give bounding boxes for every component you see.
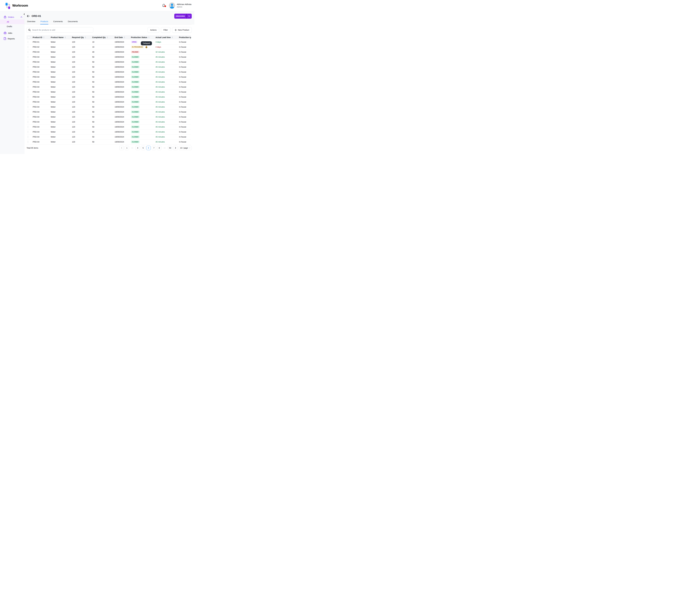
table-row: PRD-04 Motor 120 50 19/09/2024 CLOSED 45…	[26, 104, 191, 109]
row-checkbox[interactable]	[28, 141, 28, 143]
end-date-cell: 19/09/2024	[115, 101, 131, 103]
end-date-cell: 19/09/2024	[115, 76, 131, 78]
required-qty-cell: 120	[72, 131, 92, 133]
new-product-button[interactable]: New Product	[172, 27, 192, 33]
order-status-button[interactable]: ONGOING	[174, 14, 186, 19]
sort-icon[interactable]	[172, 36, 173, 38]
back-arrow-button[interactable]	[26, 14, 30, 18]
product-id-cell: PRD-04	[33, 86, 51, 88]
actions-button[interactable]: Actions	[148, 27, 159, 33]
sort-icon[interactable]	[107, 36, 108, 38]
product-name-cell: Motor	[51, 111, 72, 113]
status-badge: CLOSED	[131, 86, 140, 88]
actual-lead-time-cell: 32 minutes	[155, 51, 179, 53]
notification-bell-icon[interactable]	[162, 4, 166, 7]
page-button-4[interactable]: 4	[136, 146, 140, 150]
page-button-1[interactable]: 1	[125, 146, 129, 150]
required-qty-cell: 120	[72, 101, 92, 103]
row-checkbox[interactable]	[28, 46, 28, 48]
row-checkbox[interactable]	[28, 61, 28, 63]
page-button-6[interactable]: 6	[146, 146, 151, 150]
row-checkbox[interactable]	[28, 56, 28, 58]
page-size-select[interactable]: 10 / page	[179, 146, 192, 150]
product-name-cell: Motor	[51, 66, 72, 68]
search-input[interactable]	[32, 29, 91, 31]
product-name-cell: Motor	[51, 81, 72, 83]
completed-qty-cell: 50	[92, 81, 115, 83]
end-date-cell: 19/09/2024	[115, 86, 131, 88]
column-header-product-id: Product ID	[33, 36, 42, 38]
product-name-cell: Motor	[51, 61, 72, 63]
row-checkbox[interactable]	[28, 91, 28, 93]
sidebar-collapse-button[interactable]	[22, 12, 26, 16]
row-checkbox[interactable]	[28, 66, 28, 68]
order-status-dropdown-button[interactable]	[186, 14, 192, 19]
sidebar-item-orders-drafts[interactable]: Drafts	[0, 24, 24, 28]
page-button-50[interactable]: 50	[168, 146, 172, 150]
avatar[interactable]	[169, 2, 175, 9]
row-checkbox[interactable]	[28, 71, 28, 73]
row-checkbox[interactable]	[28, 96, 28, 98]
actual-lead-time-cell: 45 minutes	[155, 131, 179, 133]
status-badge: CLOSED	[131, 121, 140, 123]
status-badge: CLOSED	[131, 66, 140, 68]
production-status-cell: CLOSED	[131, 86, 155, 88]
production-type-cell: In house	[179, 81, 191, 83]
workroom-logo-icon	[5, 2, 11, 9]
row-checkbox[interactable]	[28, 41, 28, 43]
required-qty-cell: 120	[72, 86, 92, 88]
row-checkbox[interactable]	[28, 106, 28, 108]
end-date-cell: 19/09/2024	[115, 91, 131, 93]
shopping-bag-icon	[4, 16, 6, 18]
sort-icon[interactable]	[85, 36, 86, 38]
product-id-cell: PRD-04	[33, 131, 51, 133]
sidebar-item-reports[interactable]: Reports	[0, 36, 24, 41]
product-id-cell: PRD-04	[33, 111, 51, 113]
production-type-cell: In house	[179, 141, 191, 143]
product-name-cell: Motor	[51, 56, 72, 58]
row-checkbox[interactable]	[28, 121, 28, 123]
previous-page-button[interactable]	[119, 146, 124, 150]
production-type-cell: In house	[179, 91, 191, 93]
required-qty-cell: 120	[72, 136, 92, 138]
tab-documents[interactable]: Documents	[68, 19, 78, 24]
row-checkbox[interactable]	[28, 86, 28, 88]
sidebar-item-jobs[interactable]: Jobs	[0, 30, 24, 35]
completed-qty-cell: 50	[92, 111, 115, 113]
row-checkbox[interactable]	[28, 101, 28, 103]
row-checkbox[interactable]	[28, 126, 28, 128]
sidebar-item-orders[interactable]: Orders	[0, 15, 24, 19]
next-page-button[interactable]	[173, 146, 178, 150]
page-button-7[interactable]: 7	[152, 146, 156, 150]
delayed-stopwatch-icon[interactable]: Delayed	[145, 46, 147, 48]
row-checkbox[interactable]	[28, 76, 28, 78]
production-type-cell: In house	[179, 76, 191, 78]
end-date-cell: 19/09/2024	[115, 56, 131, 58]
page-button-5[interactable]: 5	[141, 146, 145, 150]
sidebar-item-orders-all[interactable]: All	[0, 19, 24, 24]
status-badge: CLOSED	[131, 61, 140, 63]
tab-overview[interactable]: Overview	[27, 19, 35, 24]
tab-products[interactable]: Products	[40, 19, 48, 24]
row-checkbox[interactable]	[28, 81, 28, 83]
row-checkbox[interactable]	[28, 51, 28, 53]
filter-button[interactable]: Filter	[161, 27, 170, 33]
row-checkbox[interactable]	[28, 136, 28, 138]
row-checkbox[interactable]	[28, 111, 28, 113]
row-checkbox[interactable]	[28, 131, 28, 133]
sort-icon[interactable]	[124, 36, 125, 38]
row-checkbox[interactable]	[28, 116, 28, 118]
product-name-cell: Motor	[51, 106, 72, 108]
page-button-8[interactable]: 8	[157, 146, 161, 150]
status-badge: CLOSED	[131, 126, 140, 128]
table-row: PRD-04 Motor 120 50 19/09/2024 CLOSED 45…	[26, 65, 191, 70]
production-status-cell: CLOSED	[131, 81, 155, 83]
sort-icon[interactable]	[65, 36, 66, 38]
completed-qty-cell: 50	[92, 141, 115, 143]
product-id-cell: PRD-04	[33, 96, 51, 98]
sort-icon[interactable]	[43, 36, 45, 38]
select-all-checkbox[interactable]	[28, 36, 30, 38]
actual-lead-time-cell: 4 days	[155, 46, 179, 48]
sort-icon[interactable]	[148, 36, 149, 38]
tab-comments[interactable]: Comments	[53, 19, 63, 24]
